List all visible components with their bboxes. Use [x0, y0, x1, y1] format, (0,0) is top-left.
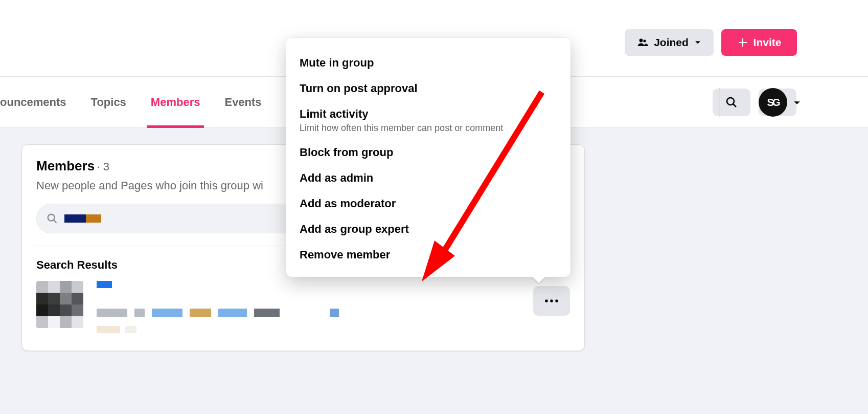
members-count: 3 [103, 160, 109, 173]
invite-button[interactable]: Invite [721, 29, 797, 56]
avatar-initials: SG [767, 97, 779, 108]
group-icon [636, 36, 649, 49]
menu-label: Add as admin [300, 171, 373, 184]
caret-down-icon [694, 38, 702, 47]
account-caret-icon[interactable] [792, 98, 802, 107]
menu-label: Mute in group [300, 56, 374, 69]
separator [719, 88, 720, 117]
member-name-redacted[interactable] [97, 281, 112, 288]
menu-mute[interactable]: Mute in group [286, 50, 570, 76]
svg-point-11 [555, 299, 558, 302]
member-meta2-redacted [97, 326, 570, 333]
account-avatar[interactable]: SG [759, 88, 787, 117]
tab-members[interactable]: Members [139, 77, 213, 128]
menu-post-approval[interactable]: Turn on post approval [286, 76, 570, 101]
svg-point-0 [639, 39, 643, 42]
menu-label: Turn on post approval [300, 82, 418, 95]
menu-label: Block from group [300, 146, 393, 159]
svg-point-2 [727, 98, 734, 105]
tab-label: Events [224, 96, 261, 109]
menu-block[interactable]: Block from group [286, 140, 570, 165]
more-icon [544, 298, 559, 303]
invite-label: Invite [753, 36, 782, 49]
tabs-container: ouncements Topics Members Events [0, 77, 274, 128]
menu-sublabel: Limit how often this member can post or … [300, 123, 557, 134]
svg-point-10 [550, 299, 553, 302]
joined-button[interactable]: Joined [625, 29, 714, 56]
menu-add-expert[interactable]: Add as group expert [286, 216, 570, 242]
joined-label: Joined [654, 36, 689, 49]
svg-point-9 [545, 299, 548, 302]
member-meta-redacted [97, 309, 570, 317]
tab-label: Members [151, 96, 200, 109]
svg-line-8 [54, 220, 56, 223]
members-title: Members [36, 158, 95, 173]
member-actions-menu: Mute in group Turn on post approval Limi… [286, 38, 570, 277]
svg-point-1 [644, 39, 646, 42]
tab-topics[interactable]: Topics [79, 77, 139, 128]
tab-announcements[interactable]: ouncements [0, 77, 79, 128]
member-avatar[interactable] [36, 281, 83, 328]
tab-events[interactable]: Events [212, 77, 273, 128]
menu-add-admin[interactable]: Add as admin [286, 165, 570, 191]
tabbar-search-button[interactable] [713, 89, 750, 116]
menu-label: Remove member [300, 248, 390, 261]
menu-label: Add as moderator [300, 197, 396, 210]
menu-add-moderator[interactable]: Add as moderator [286, 191, 570, 216]
tabbar-actions [713, 77, 868, 128]
menu-label: Limit activity [300, 107, 368, 120]
tab-label: ouncements [0, 96, 66, 109]
search-icon [46, 212, 58, 225]
plus-icon [737, 37, 748, 48]
svg-point-7 [48, 214, 55, 221]
tab-label: Topics [91, 96, 126, 109]
member-row [36, 281, 570, 333]
svg-line-3 [734, 104, 737, 107]
search-icon [725, 96, 738, 109]
menu-remove-member[interactable]: Remove member [286, 242, 570, 268]
members-count-sep: · [97, 160, 103, 173]
member-more-button[interactable] [533, 286, 570, 316]
search-query-redacted [64, 214, 101, 223]
menu-limit-activity[interactable]: Limit activity Limit how often this memb… [286, 101, 570, 140]
member-info [97, 281, 570, 333]
menu-label: Add as group expert [300, 223, 409, 235]
